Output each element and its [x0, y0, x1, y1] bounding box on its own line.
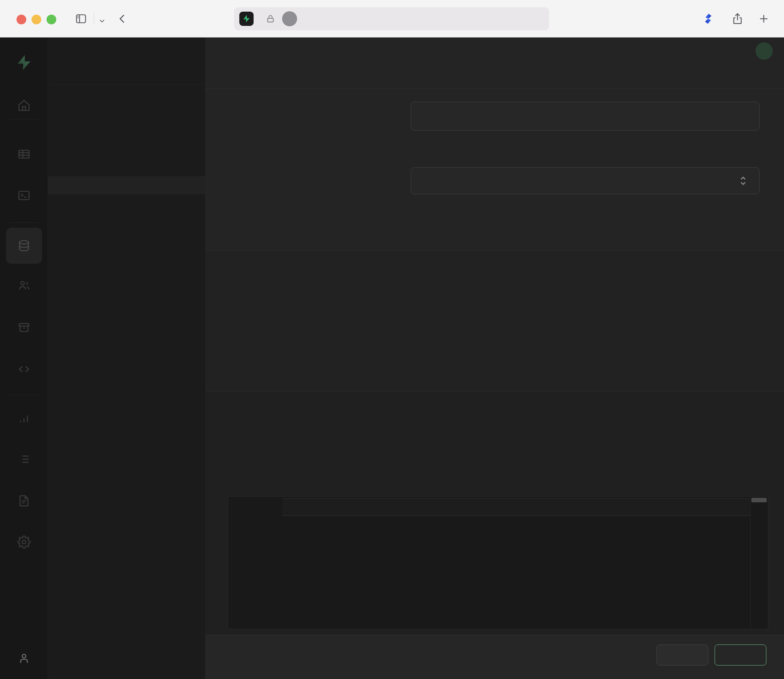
- app-root: [0, 38, 784, 679]
- browser-chrome: [0, 0, 784, 38]
- panel-header: [205, 38, 784, 89]
- nav-storage-icon[interactable]: [15, 319, 33, 336]
- current-line-highlight: [282, 498, 751, 516]
- sidebar-divider: [48, 84, 205, 85]
- panel-footer: [205, 635, 784, 679]
- supabase-favicon: [239, 12, 254, 26]
- sidebar-item-webhooks[interactable]: [48, 273, 205, 291]
- lock-icon: [266, 14, 275, 23]
- sidebar-item-triggers[interactable]: [48, 153, 205, 171]
- sidebar-item-replication[interactable]: [48, 249, 205, 267]
- function-name-input[interactable]: [411, 102, 760, 131]
- nav-settings-icon[interactable]: [15, 533, 33, 551]
- rail-divider: [9, 395, 39, 396]
- nav-table-editor-icon[interactable]: [15, 145, 33, 163]
- extension-icon[interactable]: [701, 11, 716, 26]
- close-window-button[interactable]: [17, 15, 26, 24]
- toolbar-divider: [94, 13, 94, 25]
- editor-scrollbar-track[interactable]: [750, 497, 768, 629]
- primary-nav-rail: [0, 38, 48, 679]
- editor-scrollbar-thumb[interactable]: [751, 498, 767, 502]
- rail-divider: [9, 222, 39, 223]
- code-editor[interactable]: [228, 496, 768, 629]
- confirm-button[interactable]: [715, 645, 766, 665]
- sidebar-item-functions[interactable]: [48, 176, 205, 194]
- share-icon[interactable]: [730, 11, 745, 26]
- connection-status-ring: [756, 42, 773, 59]
- chevron-down-icon[interactable]: [94, 14, 110, 28]
- nav-logs-icon[interactable]: [15, 450, 33, 468]
- nav-database-icon[interactable]: [15, 237, 33, 255]
- sidebar-item-backups[interactable]: [48, 297, 205, 316]
- sidebar-item-roles[interactable]: [48, 225, 205, 243]
- minimize-window-button[interactable]: [31, 15, 41, 24]
- function-form-section: [205, 89, 784, 251]
- account-icon[interactable]: [15, 649, 33, 667]
- supabase-logo-icon[interactable]: [15, 54, 33, 72]
- sidebar-item-extensions[interactable]: [48, 201, 205, 219]
- nav-home-icon[interactable]: [15, 96, 33, 114]
- cancel-button[interactable]: [656, 645, 708, 665]
- nav-reports-icon[interactable]: [15, 409, 33, 427]
- zoom-window-button[interactable]: [47, 15, 56, 24]
- nav-sql-editor-icon[interactable]: [15, 186, 33, 205]
- connection-status-dot: [759, 46, 769, 56]
- sidebar-item-database: [48, 101, 205, 119]
- address-bar[interactable]: [234, 7, 549, 30]
- sidebar-item-tables[interactable]: [48, 128, 205, 146]
- arguments-section: [205, 251, 784, 391]
- chevrons-up-down-icon: [736, 174, 750, 191]
- schema-select[interactable]: [411, 167, 760, 194]
- nav-api-icon[interactable]: [15, 360, 33, 378]
- back-button[interactable]: [115, 11, 130, 26]
- new-tab-button[interactable]: [756, 11, 771, 26]
- database-sidebar: [48, 38, 205, 679]
- edit-function-panel: [205, 38, 784, 679]
- nav-auth-icon[interactable]: [15, 277, 33, 294]
- rail-divider: [9, 119, 39, 119]
- sidebar-toggle-icon[interactable]: [74, 11, 89, 26]
- nav-docs-icon[interactable]: [15, 492, 33, 510]
- reader-options-icon[interactable]: [282, 11, 297, 26]
